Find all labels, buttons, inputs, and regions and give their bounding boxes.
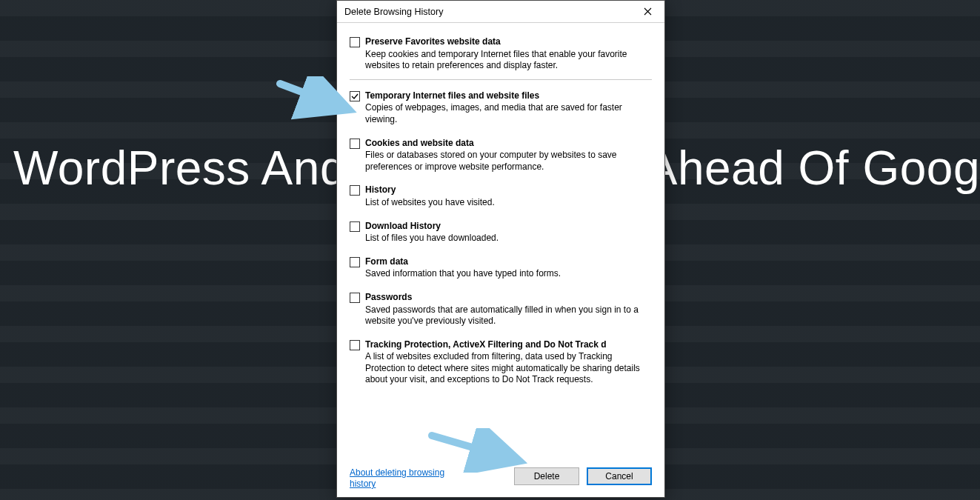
checkbox-cookies[interactable] [350, 139, 360, 149]
checkbox-passwords[interactable] [350, 293, 360, 303]
option-form-data: Form data Saved information that you hav… [350, 256, 652, 280]
checkbox-temporary-files[interactable] [350, 91, 360, 101]
option-desc: Saved information that you have typed in… [365, 268, 652, 280]
delete-button[interactable]: Delete [514, 467, 579, 485]
dialog-body: Preserve Favorites website data Keep coo… [337, 23, 664, 497]
option-tracking-protection: Tracking Protection, ActiveX Filtering a… [350, 339, 652, 386]
option-desc: A list of websites excluded from filteri… [365, 351, 652, 386]
option-desc: Copies of webpages, images, and media th… [365, 102, 652, 125]
option-history: History List of websites you have visite… [350, 184, 652, 208]
option-temporary-files: Temporary Internet files and website fil… [350, 90, 652, 126]
option-label: Temporary Internet files and website fil… [365, 90, 652, 102]
option-desc: List of files you have downloaded. [365, 233, 652, 244]
option-desc: Saved passwords that are automatically f… [365, 304, 652, 327]
checkbox-tracking-protection[interactable] [350, 340, 360, 350]
option-label: Preserve Favorites website data [365, 36, 652, 48]
button-row: Delete Cancel [514, 467, 652, 485]
option-label: Download History [365, 221, 652, 233]
option-label: Form data [365, 256, 652, 268]
option-passwords: Passwords Saved passwords that are autom… [350, 292, 652, 327]
close-button[interactable] [635, 3, 660, 21]
option-label: Passwords [365, 292, 652, 304]
cancel-button[interactable]: Cancel [587, 467, 652, 485]
checkbox-preserve-favorites[interactable] [350, 37, 360, 47]
option-cookies: Cookies and website data Files or databa… [350, 138, 652, 173]
dialog-title: Delete Browsing History [344, 7, 635, 17]
separator [350, 79, 652, 80]
option-label: History [365, 184, 652, 196]
option-label: Cookies and website data [365, 138, 652, 150]
option-desc: Files or databases stored on your comput… [365, 150, 652, 173]
option-preserve-favorites: Preserve Favorites website data Keep coo… [350, 36, 652, 72]
titlebar: Delete Browsing History [337, 1, 664, 23]
option-desc: Keep cookies and temporary Internet file… [365, 49, 652, 72]
about-link[interactable]: About deleting browsing history [350, 467, 453, 490]
close-icon [644, 7, 652, 16]
checkbox-download-history[interactable] [350, 221, 360, 232]
option-label: Tracking Protection, ActiveX Filtering a… [365, 339, 652, 351]
dialog-footer: About deleting browsing history Delete C… [350, 460, 652, 490]
option-download-history: Download History List of files you have … [350, 221, 652, 244]
checkbox-history[interactable] [350, 185, 360, 196]
checkbox-form-data[interactable] [350, 257, 360, 267]
delete-browsing-history-dialog: Delete Browsing History Preserve Favorit… [336, 0, 665, 498]
option-desc: List of websites you have visited. [365, 197, 652, 209]
